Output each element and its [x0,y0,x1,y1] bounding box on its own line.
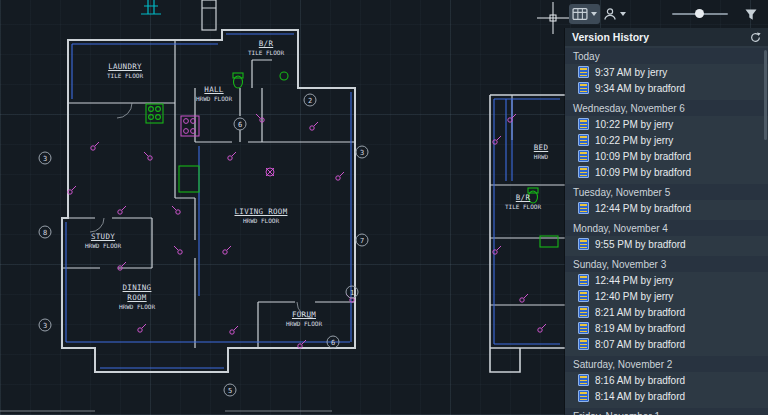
dwg-version-icon [578,390,589,402]
version-entry[interactable]: 12:44 PM by bradford [565,200,768,216]
version-entry-label: 8:21 AM by bradford [595,307,685,318]
dwg-version-icon [578,374,589,386]
version-entry[interactable]: 9:37 AM by jerry [565,64,768,80]
utility-lines [141,0,161,14]
dwg-version-icon [578,118,589,130]
version-entry-label: 9:37 AM by jerry [595,67,667,78]
version-entry-label: 10:09 PM by bradford [595,167,691,178]
autocad-web-window: 3 8 3 3 7 1 6 6 2 5 LAUNDRY TILE FLOOR [0,0,768,415]
slider-knob[interactable] [695,9,704,18]
version-entry[interactable]: 10:22 PM by jerry [565,116,768,132]
refresh-icon [750,32,761,43]
panel-title: Version History [572,31,649,43]
version-entry[interactable]: 10:09 PM by bradford [565,164,768,180]
room-label-study: STUDY HRWD FLOOR [76,232,130,250]
chevron-down-icon [591,12,597,16]
palette-button[interactable] [569,4,600,24]
version-entry-label: 8:19 AM by bradford [595,323,685,334]
svg-text:8: 8 [43,229,47,237]
room-label-bed: BED HRWD [520,143,562,161]
version-entry-label: 10:22 PM by jerry [595,135,673,146]
version-entry[interactable]: 8:19 AM by bradford [565,320,768,336]
version-entry[interactable]: 10:09 PM by bradford [565,148,768,164]
user-icon [603,7,617,21]
svg-text:3: 3 [43,155,47,163]
room-label-living-room: LIVING ROOM HRWD FLOOR [215,207,307,225]
version-group: Sunday, November 312:44 PM by jerry12:40… [565,256,768,352]
room-label-hall: HALL HRWD FLOOR [192,85,236,103]
version-entry[interactable]: 12:44 PM by jerry [565,272,768,288]
canvas-toolbar [565,0,768,28]
version-entry[interactable]: 10:22 PM by jerry [565,132,768,148]
zoom-slider[interactable] [672,7,728,21]
version-entry[interactable]: 8:07 AM by bradford [565,336,768,352]
version-entry[interactable]: 12:40 PM by jerry [565,288,768,304]
dwg-version-icon [578,274,589,286]
version-entry-label: 9:34 AM by bradford [595,83,685,94]
refresh-button[interactable] [750,32,761,43]
version-entry-label: 8:16 AM by bradford [595,375,685,386]
filter-button[interactable] [742,6,760,23]
version-date-header: Wednesday, November 6 [565,100,768,116]
version-entry[interactable]: 9:34 AM by bradford [565,80,768,96]
room-label-br-top: B/R TILE FLOOR [240,39,292,57]
version-entry-label: 9:55 PM by bradford [595,239,686,250]
dwg-version-icon [578,82,589,94]
dwg-version-icon [578,338,589,350]
dwg-version-icon [578,166,589,178]
dwg-version-icon [578,306,589,318]
chevron-down-icon [620,12,626,16]
svg-text:1: 1 [350,289,354,297]
walls [0,0,565,411]
dwg-version-icon [578,66,589,78]
version-entry-label: 10:22 PM by jerry [595,119,673,130]
dwg-version-icon [578,290,589,302]
svg-text:3: 3 [360,149,364,157]
room-label-laundry: LAUNDRY TILE FLOOR [94,62,156,80]
version-date-header: Tuesday, November 5 [565,184,768,200]
version-date-header: Today [565,48,768,64]
dwg-version-icon [578,202,589,214]
filter-icon [744,8,758,21]
version-entry[interactable]: 8:21 AM by bradford [565,304,768,320]
version-entry[interactable]: 8:16 AM by bradford [565,372,768,388]
svg-text:5: 5 [228,387,232,395]
version-entry[interactable]: 9:55 PM by bradford [565,236,768,252]
version-entry[interactable]: 8:14 AM by bradford [565,388,768,404]
version-entry-label: 12:44 PM by bradford [595,203,691,214]
version-date-header: Saturday, November 2 [565,356,768,372]
version-group: Saturday, November 28:16 AM by bradford8… [565,356,768,404]
version-group: Tuesday, November 512:44 PM by bradford [565,184,768,216]
version-group: Monday, November 49:55 PM by bradford [565,220,768,252]
version-entry-label: 12:44 PM by jerry [595,275,673,286]
dwg-version-icon [578,238,589,250]
room-label-forum: FORUM HRWD FLOOR [277,310,331,328]
svg-text:6: 6 [331,339,335,347]
version-date-header: Friday, November 1 [565,408,768,415]
svg-text:7: 7 [360,237,364,245]
version-entry-label: 8:07 AM by bradford [595,339,685,350]
dwg-version-icon [578,150,589,162]
panel-scrollbar[interactable] [764,50,767,140]
version-date-header: Monday, November 4 [565,220,768,236]
version-date-header: Sunday, November 3 [565,256,768,272]
user-filter-button[interactable] [600,4,629,24]
version-group: Today9:37 AM by jerry9:34 AM by bradford [565,48,768,96]
svg-text:2: 2 [308,97,312,105]
version-group: Wednesday, November 610:22 PM by jerry10… [565,100,768,180]
version-history-panel: Version History Today9:37 AM by jerry9:3… [565,28,768,415]
dwg-version-icon [578,134,589,146]
svg-text:6: 6 [238,121,242,129]
room-label-br-right: B/R TILE FLOOR [504,193,542,211]
version-list: Today9:37 AM by jerry9:34 AM by bradford… [565,46,768,415]
svg-text:3: 3 [43,322,47,330]
version-entry-label: 10:09 PM by bradford [595,151,691,162]
version-history-header: Version History [565,28,768,46]
dwg-version-icon [578,322,589,334]
table-grid-icon [572,7,588,21]
version-group: Friday, November 1 [565,408,768,415]
version-entry-label: 8:14 AM by bradford [595,391,685,402]
room-label-dining-room: DINING ROOM HRWD FLOOR [118,283,156,310]
version-entry-label: 12:40 PM by jerry [595,291,673,302]
